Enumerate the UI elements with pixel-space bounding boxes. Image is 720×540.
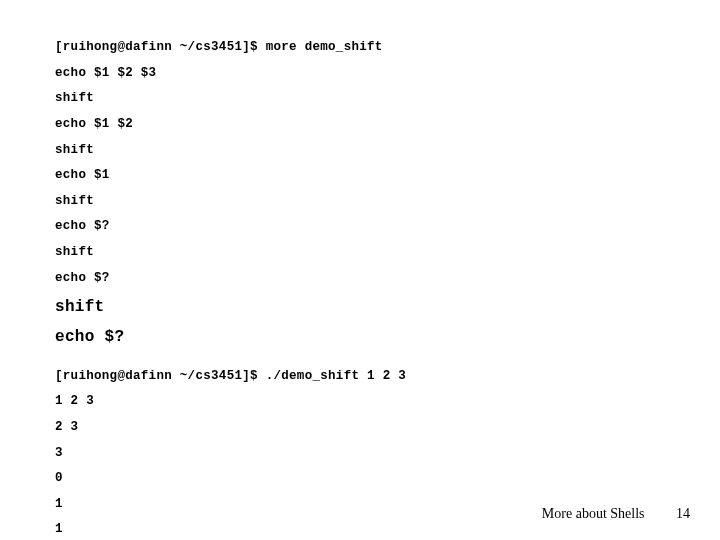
terminal-prompt-line: [ruihong@dafinn ~/cs3451]$ ./demo_shift …: [55, 364, 665, 390]
code-line: echo $1: [55, 163, 665, 189]
code-line: shift: [55, 86, 665, 112]
footer-title: More about Shells: [542, 506, 645, 521]
code-line: shift: [55, 138, 665, 164]
code-line: echo $?: [55, 214, 665, 240]
output-line: 3: [55, 441, 665, 467]
terminal-prompt-line: [ruihong@dafinn ~/cs3451]$ more demo_shi…: [55, 35, 665, 61]
output-line: 1 2 3: [55, 389, 665, 415]
section-spacer: [55, 352, 665, 364]
output-line: 2 3: [55, 415, 665, 441]
code-line: shift: [55, 189, 665, 215]
slide-footer: More about Shells 14: [542, 506, 690, 522]
code-line: echo $1 $2: [55, 112, 665, 138]
page-number: 14: [676, 506, 690, 522]
code-line-emphasis: echo $?: [55, 324, 665, 351]
code-block-1: [ruihong@dafinn ~/cs3451]$ more demo_shi…: [55, 35, 665, 352]
code-line: echo $1 $2 $3: [55, 61, 665, 87]
code-line: echo $?: [55, 266, 665, 292]
code-line: shift: [55, 240, 665, 266]
output-line: 0: [55, 466, 665, 492]
code-line-emphasis: shift: [55, 294, 665, 321]
